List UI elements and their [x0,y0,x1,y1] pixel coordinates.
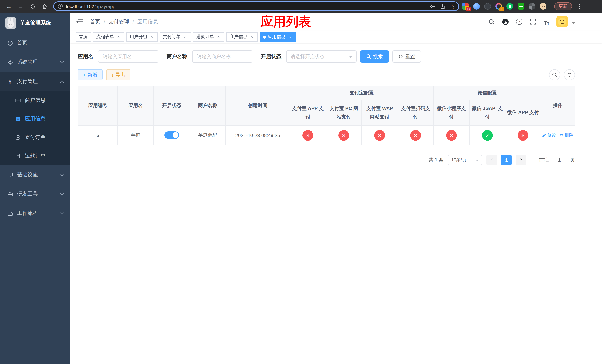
sidebar-item-payment-orders[interactable]: 支付订单 [0,128,70,147]
browser-home-button[interactable] [40,2,49,11]
browser-forward-button[interactable]: → [16,2,25,11]
col-created: 创建时间 [226,86,290,125]
current-page-button[interactable]: 1 [501,155,512,165]
browser-back-button[interactable]: ← [4,2,13,11]
tab-home[interactable]: 首页 [75,32,91,42]
merchant-name-input[interactable] [192,50,252,63]
export-button[interactable]: ↓ 导出 [106,69,130,80]
breadcrumb-home[interactable]: 首页 [90,18,100,25]
sidebar-item-system[interactable]: 系统管理 [0,53,70,72]
extension-icon-4[interactable]: 1 [495,3,502,10]
active-dot [263,35,266,38]
sidebar-item-dev-tools[interactable]: 研发工具 [0,184,70,204]
extension-icon-6[interactable] [517,3,525,10]
grid-icon [15,116,21,122]
status-select[interactable]: 请选择开启状态 [286,50,356,63]
search-button[interactable]: 搜索 [360,50,389,63]
browser-reload-button[interactable] [28,2,37,11]
next-page-button[interactable] [516,155,527,165]
browser-menu-button[interactable] [579,3,580,10]
cell-app-name: 芋道 [118,125,153,145]
refresh-table-button[interactable] [564,69,575,80]
trash-icon [559,133,563,137]
dashboard-icon [7,40,13,46]
tab-label: 首页 [79,34,88,40]
breadcrumb-separator: / [133,19,134,25]
main-area: 首页 / 支付管理 / 应用信息 应用列表 ? [70,13,602,364]
address-bar[interactable]: localhost:1024/pay/app ☆ [53,1,459,11]
extension-icon-3[interactable] [484,3,491,10]
add-button-label: 新增 [87,72,97,78]
extensions-cluster: 10 1 [462,3,547,10]
sidebar-item-refund-orders[interactable]: 退款订单 [0,147,70,165]
chevron-down-icon [60,211,64,214]
close-icon[interactable]: × [183,34,188,39]
sidebar-item-home[interactable]: 首页 [0,33,70,53]
search-icon[interactable] [488,18,495,25]
tab-label: 用户分组 [129,34,147,40]
chevron-down-icon [60,172,64,176]
goto-page-input[interactable] [552,155,567,165]
tab-refund-orders[interactable]: 退款订单× [193,32,224,42]
col-alipay-wap: 支付宝 WAP 网站支付 [362,100,398,125]
avatar-caret-icon[interactable] [572,22,575,25]
show-search-button[interactable] [549,69,560,80]
sidebar-fold-icon[interactable] [76,18,84,25]
extension-icon-5[interactable] [506,3,514,10]
close-icon[interactable]: × [287,34,292,39]
share-icon[interactable] [440,3,445,9]
sidebar-item-infrastructure[interactable]: 基础设施 [0,165,70,184]
col-merchant: 商户名称 [190,86,226,125]
cell-alipay-app: × [290,125,326,145]
reset-button[interactable]: 重置 [392,50,421,63]
bookmark-star-icon[interactable]: ☆ [450,3,455,9]
add-button[interactable]: + 新增 [78,69,102,80]
extension-icon-7[interactable] [529,3,536,10]
delete-link[interactable]: 删除 [559,132,573,138]
password-key-icon[interactable] [430,3,435,9]
tab-payment-orders[interactable]: 支付订单× [160,32,191,42]
cell-wechat-jsapi: ✓ [469,125,505,145]
fullscreen-icon[interactable] [529,18,537,25]
extension-icon-2[interactable] [473,3,480,10]
page-unit-label: 页 [570,157,575,163]
enabled-icon: ✓ [482,130,493,140]
page-content: 应用名 商户名称 开启状态 请选择开启状态 搜索 [70,43,602,364]
close-icon[interactable]: × [149,34,154,39]
extension-icon-1[interactable]: 10 [462,3,469,10]
sidebar-item-workflow[interactable]: 工作流程 [0,204,70,223]
cell-alipay-wap: × [362,125,398,145]
sidebar-item-label: 基础设施 [17,171,38,178]
close-icon[interactable]: × [116,34,121,39]
sidebar-item-label: 首页 [17,40,27,46]
user-avatar[interactable] [557,16,568,27]
col-wechat-jsapi: 微信 JSAPI 支付 [469,100,505,125]
refresh-icon [567,72,572,77]
close-icon[interactable]: × [216,34,221,39]
breadcrumb-separator: / [104,19,105,25]
help-icon[interactable]: ? [515,18,523,25]
github-icon[interactable] [502,18,509,25]
sidebar-logo-row[interactable]: 芋道管理系统 [0,13,70,33]
status-label: 开启状态 [261,53,281,60]
sidebar-item-app-info[interactable]: 应用信息 [0,110,70,128]
search-icon [552,72,557,77]
extension-icon-8[interactable] [540,3,547,10]
edit-link[interactable]: 修改 [542,132,556,138]
font-size-icon[interactable]: TT [543,18,550,25]
tab-user-group[interactable]: 用户分组× [126,32,158,42]
site-info-icon[interactable] [58,4,63,9]
page-size-select[interactable]: 10条/页 [448,155,482,165]
tab-app-info[interactable]: 应用信息× [259,32,296,42]
tab-process-form[interactable]: 流程表单× [93,32,124,42]
browser-update-button[interactable]: 更新 [554,2,572,10]
prev-page-button[interactable] [486,155,497,165]
sidebar-item-payment[interactable]: ¥ 支付管理 [0,72,70,91]
sidebar-item-merchant-info[interactable]: 商户信息 [0,91,70,110]
tab-merchant-info[interactable]: 商户信息× [226,32,258,42]
app-name-input[interactable] [98,50,159,63]
goto-page: 前往 页 [539,155,575,165]
close-icon[interactable]: × [249,34,254,39]
export-button-label: 导出 [116,72,125,78]
status-toggle[interactable] [164,131,179,139]
